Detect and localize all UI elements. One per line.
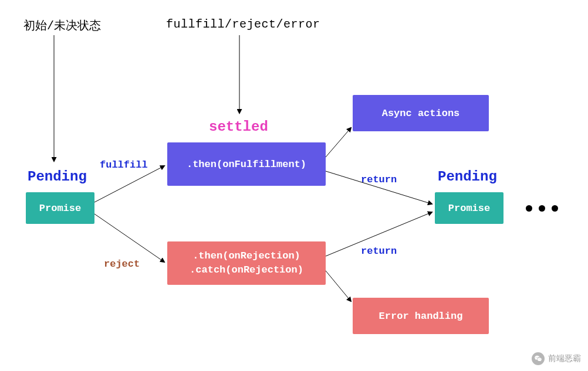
error-handling-text: Error handling — [379, 311, 463, 322]
promise-box-right-text: Promise — [448, 203, 490, 214]
then-rejection-line2: .catch(onRejection) — [190, 263, 303, 277]
then-fulfillment-text: .then(onFulfillment) — [187, 159, 306, 170]
watermark: 前端恶霸 — [532, 352, 581, 365]
arrow-fulfill-to-async — [326, 128, 351, 157]
annotation-triggers: fullfill/reject/error — [166, 18, 320, 31]
dot-icon — [526, 205, 532, 212]
edge-label-return-bottom: return — [361, 246, 397, 257]
settled-label: settled — [209, 119, 268, 135]
pending-label-right: Pending — [438, 169, 497, 185]
wechat-icon — [532, 352, 545, 365]
then-rejection-line1: .then(onRejection) — [192, 249, 300, 263]
edge-label-reject: reject — [104, 258, 140, 270]
continuation-dots — [526, 205, 561, 213]
promise-box-left-text: Promise — [39, 203, 81, 214]
annotation-initial-state: 初始/未决状态 — [23, 18, 101, 33]
promise-box-right: Promise — [435, 192, 503, 224]
arrow-reject-to-error — [326, 271, 351, 301]
dot-icon — [539, 205, 545, 212]
edge-label-fullfill: fullfill — [100, 159, 148, 171]
promise-box-left: Promise — [26, 192, 94, 224]
error-handling-box: Error handling — [353, 298, 489, 334]
edge-label-return-top: return — [361, 174, 397, 185]
then-rejection-box: .then(onRejection) .catch(onRejection) — [167, 241, 326, 285]
pending-label-left: Pending — [28, 169, 87, 185]
dot-icon — [552, 205, 558, 212]
watermark-text: 前端恶霸 — [548, 353, 581, 364]
arrow-promise-to-fulfill — [94, 166, 164, 202]
arrow-promise-to-reject — [94, 214, 164, 262]
then-fulfillment-box: .then(onFulfillment) — [167, 142, 326, 186]
async-actions-box: Async actions — [353, 95, 489, 131]
async-actions-text: Async actions — [382, 108, 460, 119]
